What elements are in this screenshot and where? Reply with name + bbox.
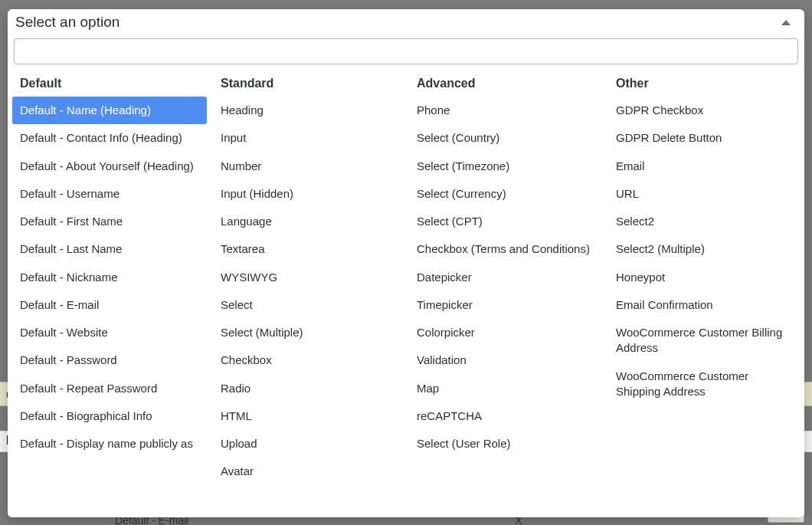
option-column: OtherGDPR CheckboxGDPR Delete ButtonEmai… bbox=[605, 72, 801, 517]
search-wrap bbox=[8, 38, 804, 71]
option-item[interactable]: Default - About Yourself (Heading) bbox=[12, 153, 207, 180]
option-item[interactable]: Select (Timezone) bbox=[409, 153, 602, 180]
option-item[interactable]: HTML bbox=[213, 402, 403, 430]
collapse-caret-icon[interactable] bbox=[781, 20, 791, 25]
option-item[interactable]: Select2 (Multiple) bbox=[608, 235, 798, 263]
option-item[interactable]: Honeypot bbox=[608, 264, 798, 291]
modal-title: Select an option bbox=[15, 14, 120, 31]
option-item[interactable]: Textarea bbox=[213, 235, 403, 263]
option-item[interactable]: GDPR Delete Button bbox=[608, 124, 798, 152]
option-item[interactable]: Select2 bbox=[608, 208, 798, 235]
option-item[interactable]: GDPR Checkbox bbox=[608, 97, 798, 124]
option-item[interactable]: Default - First Name bbox=[12, 208, 207, 235]
option-columns: DefaultDefault - Name (Heading)Default -… bbox=[8, 71, 804, 517]
option-item[interactable]: Default - Display name publicly as bbox=[12, 430, 207, 458]
option-item[interactable]: Heading bbox=[213, 97, 403, 124]
option-item[interactable]: Map bbox=[409, 375, 602, 402]
option-item[interactable]: Select (Multiple) bbox=[213, 319, 403, 346]
option-item[interactable]: Checkbox (Terms and Conditions) bbox=[409, 235, 602, 263]
option-item[interactable]: Email bbox=[608, 153, 798, 180]
option-item[interactable]: Number bbox=[213, 153, 403, 180]
option-item[interactable]: Timepicker bbox=[409, 291, 602, 319]
option-item[interactable]: Email Confirmation bbox=[608, 291, 798, 319]
option-item[interactable]: Select (Country) bbox=[409, 124, 602, 152]
modal-header: Select an option bbox=[8, 9, 804, 38]
option-item[interactable]: Default - Repeat Password bbox=[12, 375, 207, 402]
option-item[interactable]: Default - Contact Info (Heading) bbox=[12, 124, 207, 152]
option-item[interactable]: Avatar bbox=[213, 458, 403, 485]
search-input[interactable] bbox=[14, 38, 798, 64]
option-item[interactable]: Upload bbox=[213, 430, 403, 458]
option-item[interactable]: Default - Name (Heading) bbox=[12, 97, 207, 124]
option-column: DefaultDefault - Name (Heading)Default -… bbox=[9, 72, 210, 517]
option-item[interactable]: Input bbox=[213, 124, 403, 152]
option-column: AdvancedPhoneSelect (Country)Select (Tim… bbox=[406, 72, 605, 517]
option-item[interactable]: Input (Hidden) bbox=[213, 180, 403, 208]
option-item[interactable]: Select (CPT) bbox=[409, 208, 602, 235]
column-title: Standard bbox=[213, 77, 403, 97]
option-item[interactable]: WooCommerce Customer Shipping Address bbox=[608, 363, 798, 406]
option-item[interactable]: Default - Password bbox=[12, 346, 207, 374]
option-item[interactable]: Default - Website bbox=[12, 319, 207, 346]
option-item[interactable]: reCAPTCHA bbox=[409, 402, 602, 430]
option-list: HeadingInputNumberInput (Hidden)Language… bbox=[213, 97, 403, 486]
option-item[interactable]: Select (Currency) bbox=[409, 180, 602, 208]
column-title: Advanced bbox=[409, 77, 602, 97]
option-item[interactable]: URL bbox=[608, 180, 798, 208]
option-item[interactable]: Default - Last Name bbox=[12, 235, 207, 263]
option-item[interactable]: Colorpicker bbox=[409, 319, 602, 346]
option-item[interactable]: Select (User Role) bbox=[409, 430, 602, 458]
option-item[interactable]: WYSIWYG bbox=[213, 264, 403, 291]
option-item[interactable]: Validation bbox=[409, 346, 602, 374]
option-list: GDPR CheckboxGDPR Delete ButtonEmailURLS… bbox=[608, 97, 798, 405]
column-title: Default bbox=[12, 77, 207, 97]
option-item[interactable]: Default - Biographical Info bbox=[12, 402, 207, 430]
option-item[interactable]: Default - E-mail bbox=[12, 291, 207, 319]
option-item[interactable]: Datepicker bbox=[409, 264, 602, 291]
option-item[interactable]: Phone bbox=[409, 97, 602, 124]
column-title: Other bbox=[608, 77, 798, 97]
option-list: PhoneSelect (Country)Select (Timezone)Se… bbox=[409, 97, 602, 458]
option-item[interactable]: Checkbox bbox=[213, 346, 403, 374]
option-item[interactable]: Select bbox=[213, 291, 403, 319]
option-list: Default - Name (Heading)Default - Contac… bbox=[12, 97, 207, 458]
option-item[interactable]: WooCommerce Customer Billing Address bbox=[608, 319, 798, 363]
option-item[interactable]: Radio bbox=[213, 375, 403, 402]
option-column: StandardHeadingInputNumberInput (Hidden)… bbox=[210, 72, 406, 517]
option-item[interactable]: Language bbox=[213, 208, 403, 235]
select-option-modal: Select an option DefaultDefault - Name (… bbox=[8, 9, 804, 517]
option-item[interactable]: Default - Nickname bbox=[12, 264, 207, 291]
option-item[interactable]: Default - Username bbox=[12, 180, 207, 208]
